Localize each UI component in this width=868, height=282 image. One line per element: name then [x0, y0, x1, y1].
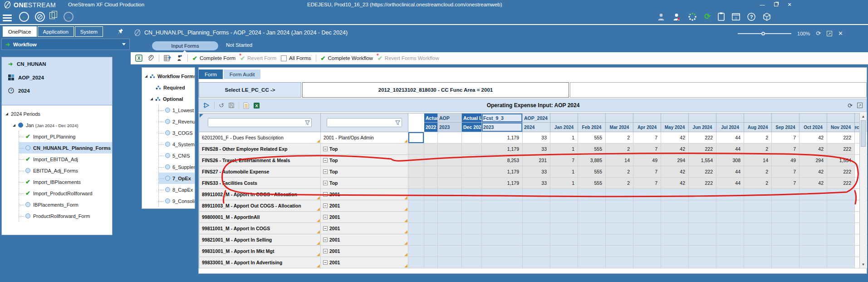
month-value-cell[interactable]: 14 [606, 155, 633, 166]
month-value-cell[interactable]: 42 [799, 132, 827, 143]
month-header-9[interactable]: Sep 2024 [772, 123, 799, 132]
menu-icon[interactable] [3, 13, 12, 23]
month-value-cell[interactable]: 7 [633, 178, 661, 189]
month-value-cell[interactable] [689, 200, 716, 212]
year-value-cell[interactable] [438, 189, 462, 200]
tab-system[interactable]: System [75, 26, 103, 37]
attachment-icon[interactable] [147, 54, 154, 62]
grid-load-icon[interactable] [164, 54, 171, 62]
month-value-cell[interactable]: 7 [633, 132, 661, 143]
row-member-cell[interactable]: −2001 [321, 234, 408, 246]
month-value-cell[interactable] [716, 200, 744, 212]
expander-icon[interactable] [150, 98, 153, 100]
year-value-cell[interactable] [408, 257, 424, 268]
month-value-cell[interactable] [744, 189, 772, 200]
year-value-cell[interactable] [424, 155, 438, 166]
month-value-cell[interactable] [799, 223, 827, 234]
month-value-cell[interactable] [716, 234, 744, 246]
month-value-cell[interactable]: 2 [744, 178, 772, 189]
workflow-selector[interactable]: ➜ Workflow [1, 39, 130, 50]
window-close-button[interactable]: ✕ [786, 1, 793, 8]
month-value-cell[interactable]: 7 [772, 143, 799, 155]
month-value-cell[interactable]: 222 [827, 143, 855, 155]
month-value-cell[interactable]: 42 [799, 166, 827, 178]
collapse-box-icon[interactable]: − [323, 237, 328, 242]
pin-icon[interactable] [117, 28, 124, 35]
copy-pages-icon[interactable] [49, 12, 55, 19]
month-header-5[interactable]: May 2024 [661, 123, 689, 132]
year-value-cell[interactable] [462, 143, 482, 155]
month-header-11[interactable]: Nov 2024 [827, 123, 855, 132]
year-value-cell[interactable] [408, 155, 424, 166]
month-value-cell[interactable] [523, 212, 550, 223]
year-value-cell[interactable] [462, 234, 482, 246]
member-filter-input[interactable] [327, 118, 402, 127]
month-value-cell[interactable]: 2 [606, 132, 633, 143]
scroll-down-icon[interactable]: ▼ [860, 261, 867, 268]
workflow-step-1[interactable]: ✔Import_PLPlanning [19, 131, 112, 142]
month-value-cell[interactable] [523, 223, 550, 234]
month-value-cell[interactable] [716, 212, 744, 223]
period-jan[interactable]: Jan (Jan 2024 - Dec 2024) [2, 119, 112, 131]
month-value-cell[interactable]: 3,885 [578, 155, 606, 166]
year-value-cell[interactable]: 8,253 [482, 155, 523, 166]
expander-icon[interactable] [145, 75, 147, 78]
forms-group-optional[interactable]: Optional [144, 93, 195, 104]
month-value-cell[interactable]: 222 [827, 166, 855, 178]
month-value-cell[interactable] [550, 234, 578, 246]
year-value-cell[interactable] [438, 200, 462, 212]
scenario-header-5[interactable]: AOP_2024 [523, 114, 550, 123]
month-value-cell[interactable] [606, 200, 633, 212]
form-item-4-system-addback[interactable]: 4_System Addback [159, 139, 195, 150]
period-header-4[interactable]: 2023 [482, 123, 523, 132]
row-member-cell[interactable]: −Top [321, 155, 408, 166]
month-value-cell[interactable]: 7 [633, 143, 661, 155]
period-header-3[interactable]: Dec 2023 [462, 123, 482, 132]
month-value-cell[interactable] [799, 246, 827, 257]
month-header-2[interactable]: Feb 2024 [578, 123, 606, 132]
year-value-cell[interactable] [482, 223, 523, 234]
workflow-step-4[interactable]: EBITDA_Adj_Forms [19, 165, 112, 176]
month-value-cell[interactable] [744, 223, 772, 234]
row-account-cell[interactable]: 99811001_M - Apport In COGS [199, 223, 321, 234]
complete-workflow-button[interactable]: ✔ Complete Workflow [321, 55, 373, 62]
month-value-cell[interactable] [689, 189, 716, 200]
expander-icon[interactable] [13, 124, 15, 127]
month-value-cell[interactable] [606, 234, 633, 246]
collapse-box-icon[interactable]: − [323, 249, 328, 253]
month-header-7[interactable]: Jul 2024 [716, 123, 744, 132]
year-value-cell[interactable] [424, 200, 438, 212]
month-value-cell[interactable] [799, 234, 827, 246]
month-value-cell[interactable] [799, 212, 827, 223]
collapse-box-icon[interactable]: − [323, 260, 328, 265]
user-pin-icon[interactable] [176, 54, 183, 62]
month-value-cell[interactable]: 44 [716, 143, 744, 155]
month-value-cell[interactable] [633, 189, 661, 200]
month-header-10[interactable]: Oct 2024 [799, 123, 827, 132]
year-value-cell[interactable] [408, 212, 424, 223]
month-value-cell[interactable] [772, 234, 799, 246]
month-value-cell[interactable] [716, 223, 744, 234]
month-value-cell[interactable] [523, 234, 550, 246]
month-value-cell[interactable]: 555 [578, 132, 606, 143]
collapse-box-icon[interactable]: − [323, 226, 328, 231]
month-value-cell[interactable] [523, 246, 550, 257]
month-value-cell[interactable]: 42 [661, 132, 689, 143]
form-item-8-capex[interactable]: 8_CapEx [159, 184, 195, 195]
row-account-cell[interactable]: FINS26 - Travel, Entertainment & Meals [199, 155, 321, 166]
year-value-cell[interactable] [424, 234, 438, 246]
collapse-box-icon[interactable]: − [323, 192, 328, 197]
month-value-cell[interactable]: 42 [799, 143, 827, 155]
month-value-cell[interactable]: 42 [661, 178, 689, 189]
month-value-cell[interactable] [550, 257, 578, 268]
month-value-cell[interactable]: 1 [550, 178, 578, 189]
month-value-cell[interactable] [578, 246, 606, 257]
complete-form-button[interactable]: ✔ Complete Form [192, 55, 235, 62]
month-value-cell[interactable]: 44 [716, 132, 744, 143]
month-value-cell[interactable]: 222 [827, 178, 855, 189]
excel-export-icon[interactable]: X [135, 54, 142, 62]
month-value-cell[interactable] [827, 246, 855, 257]
collapse-box-icon[interactable]: − [323, 203, 328, 208]
scenario-header-4[interactable]: Fcst_9_3 [482, 114, 523, 123]
row-member-cell[interactable]: −Top [321, 166, 408, 178]
